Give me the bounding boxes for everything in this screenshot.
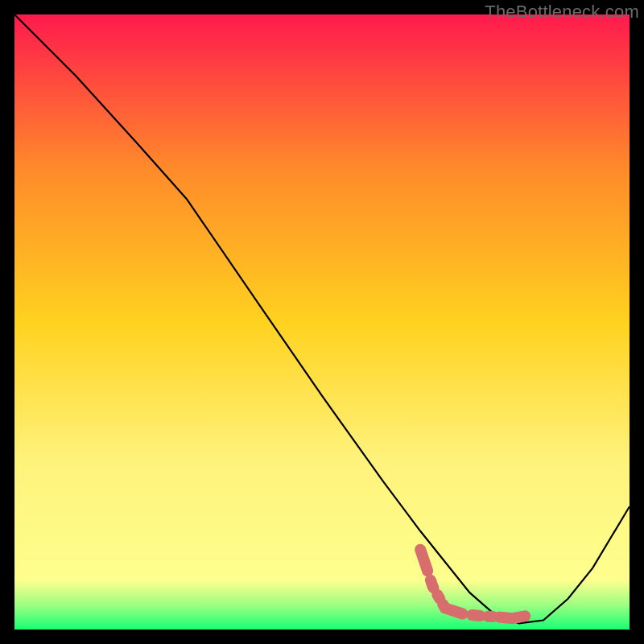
watermark-text: TheBottleneck.com (485, 2, 639, 23)
chart-frame (14, 14, 630, 630)
gradient-background (14, 14, 630, 630)
chart-svg (14, 14, 630, 630)
optimal-point-marker (519, 610, 530, 621)
